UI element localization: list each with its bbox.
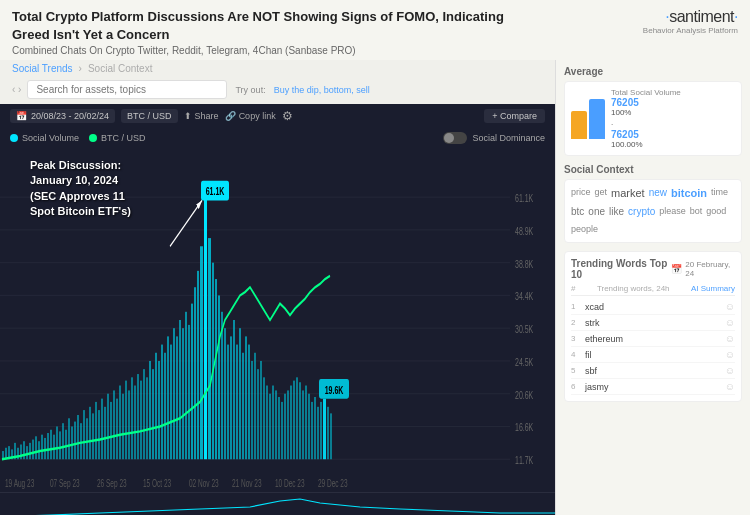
trending-row-4: 4 fil ☺ — [571, 347, 735, 363]
trending-row-2: 2 strk ☺ — [571, 315, 735, 331]
svg-rect-106 — [266, 386, 268, 460]
breadcrumb-social-trends[interactable]: Social Trends — [12, 63, 73, 74]
trending-row-6: 6 jasmy ☺ — [571, 379, 735, 395]
trending-cols-header: # Trending words, 24h AI Summary — [571, 284, 735, 296]
svg-rect-45 — [80, 423, 82, 459]
social-context-title: Social Context — [564, 164, 742, 175]
svg-rect-82 — [191, 304, 193, 460]
social-volume-dot — [10, 134, 18, 142]
trending-col-word: Trending words, 24h — [597, 284, 670, 293]
svg-text:19.6K: 19.6K — [325, 383, 344, 396]
tag-get: get — [595, 186, 608, 201]
svg-rect-35 — [50, 430, 52, 459]
ai-summary-button[interactable]: AI Summary — [691, 284, 735, 293]
svg-rect-48 — [89, 407, 91, 459]
search-input[interactable] — [27, 80, 227, 99]
svg-rect-121 — [311, 402, 313, 459]
svg-rect-42 — [71, 427, 73, 460]
svg-text:15 Oct 23: 15 Oct 23 — [143, 478, 171, 490]
avg-pct1: 100% — [611, 108, 681, 117]
svg-text:48.9K: 48.9K — [515, 224, 534, 237]
svg-rect-52 — [101, 399, 103, 460]
svg-text:26 Sep 23: 26 Sep 23 — [97, 478, 127, 490]
svg-text:19 Aug 23: 19 Aug 23 — [5, 478, 34, 490]
svg-rect-58 — [119, 386, 121, 460]
toggle-switch[interactable] — [443, 132, 467, 144]
share-button[interactable]: ⬆ Share — [184, 111, 219, 121]
svg-rect-78 — [179, 320, 181, 459]
svg-rect-59 — [122, 394, 124, 460]
svg-text:02 Nov 23: 02 Nov 23 — [189, 478, 219, 490]
avg-bar-orange — [571, 111, 587, 139]
svg-text:16.6K: 16.6K — [515, 421, 534, 434]
legend-sv-label: Social Volume — [22, 133, 79, 143]
svg-rect-47 — [86, 418, 88, 459]
svg-rect-53 — [104, 407, 106, 459]
svg-rect-38 — [59, 431, 61, 459]
legend-btc-label: BTC / USD — [101, 133, 146, 143]
settings-button[interactable]: ⚙ — [282, 109, 293, 123]
tag-time: time — [711, 186, 728, 201]
avg-val2: 76205 — [611, 129, 681, 140]
pair-badge[interactable]: BTC / USD — [121, 109, 178, 123]
avg-val1: 76205 — [611, 97, 681, 108]
share-label: Share — [195, 111, 219, 121]
share-icon: ⬆ — [184, 111, 192, 121]
tag-like: like — [609, 205, 624, 219]
social-dominance-label: Social Dominance — [472, 133, 545, 143]
copy-link-button[interactable]: 🔗 Copy link — [225, 111, 276, 121]
trending-word-5: sbf — [585, 366, 725, 376]
trending-row-5: 5 sbf ☺ — [571, 363, 735, 379]
trending-word-6: jasmy — [585, 382, 725, 392]
svg-text:11.7K: 11.7K — [515, 453, 534, 466]
right-panel: Average Total Social Volume 76205 100% ·… — [555, 60, 750, 515]
try-out-link[interactable]: Buy the dip, bottom, sell — [274, 85, 370, 95]
svg-rect-37 — [56, 427, 58, 460]
svg-rect-56 — [113, 391, 115, 460]
trending-num-1: 1 — [571, 302, 585, 311]
svg-rect-32 — [41, 435, 43, 460]
svg-rect-49 — [92, 413, 94, 459]
svg-rect-77 — [176, 336, 178, 459]
svg-rect-117 — [299, 382, 301, 459]
date-range-picker[interactable]: 📅 20/08/23 - 20/02/24 — [10, 109, 115, 123]
trending-word-3: ethereum — [585, 334, 725, 344]
trending-num-2: 2 — [571, 318, 585, 327]
svg-rect-102 — [254, 353, 256, 459]
tag-please: please — [659, 205, 686, 219]
svg-rect-70 — [155, 353, 157, 459]
svg-rect-30 — [35, 436, 37, 459]
legend-social-volume: Social Volume — [10, 133, 79, 143]
svg-rect-108 — [272, 386, 274, 460]
page-header: Total Crypto Platform Discussions Are NO… — [0, 0, 750, 60]
social-dominance-toggle[interactable]: Social Dominance — [443, 132, 545, 144]
svg-rect-39 — [62, 423, 64, 459]
svg-rect-51 — [98, 410, 100, 459]
btc-usd-dot — [89, 134, 97, 142]
trending-smiley-3: ☺ — [725, 333, 735, 344]
svg-rect-116 — [296, 377, 298, 459]
svg-rect-46 — [83, 410, 85, 459]
legend-btc-usd: BTC / USD — [89, 133, 146, 143]
svg-rect-44 — [77, 415, 79, 459]
svg-rect-62 — [131, 377, 133, 459]
svg-rect-114 — [290, 386, 292, 460]
main-title: Total Crypto Platform Discussions Are NO… — [12, 8, 532, 43]
legend-bar: Social Volume BTC / USD Social Dominance — [0, 128, 555, 148]
svg-text:38.8K: 38.8K — [515, 257, 534, 270]
svg-rect-115 — [293, 381, 295, 460]
subtitle: Combined Chats On Crypto Twitter, Reddit… — [12, 45, 532, 56]
left-panel: Social Trends › Social Context ‹ › Try o… — [0, 60, 555, 515]
search-bar: ‹ › Try out: Buy the dip, bottom, sell — [0, 77, 555, 104]
svg-text:07 Sep 23: 07 Sep 23 — [50, 478, 80, 490]
try-out-label: Try out: — [235, 85, 265, 95]
svg-rect-125 — [323, 399, 326, 460]
tag-price: price — [571, 186, 591, 201]
breadcrumb-social-context: Social Context — [88, 63, 152, 74]
compare-button[interactable]: + Compare — [484, 109, 545, 123]
svg-rect-90 — [218, 296, 220, 460]
svg-rect-85 — [200, 246, 203, 459]
svg-rect-104 — [260, 361, 262, 459]
copy-link-label: Copy link — [239, 111, 276, 121]
trending-box: Trending Words Top 10 📅 20 February, 24 … — [564, 251, 742, 402]
